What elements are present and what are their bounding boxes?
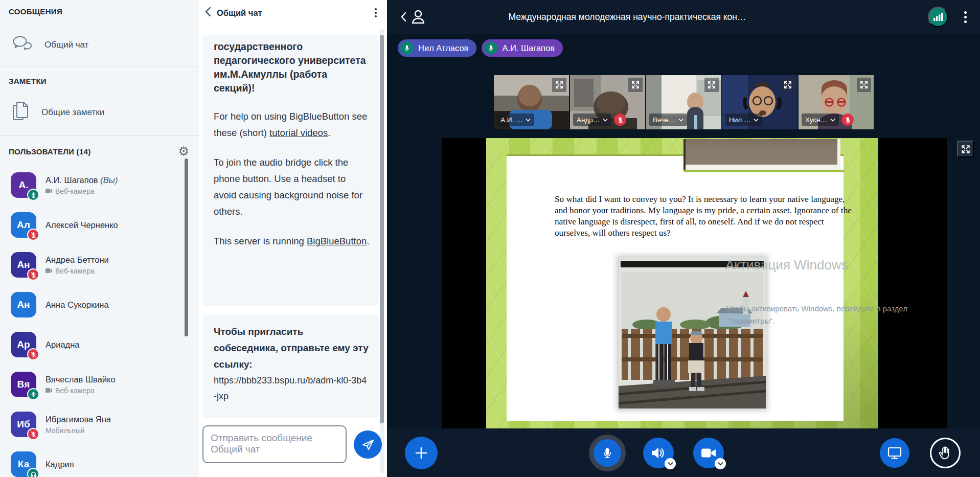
mic-off-badge — [27, 268, 39, 281]
monitor-icon — [887, 446, 902, 460]
user-row[interactable]: Ар Ариадна — [0, 325, 182, 365]
connection-status-button[interactable] — [928, 7, 948, 27]
video-user-label[interactable]: Вяче… — [649, 113, 687, 126]
userlist-scrollbar[interactable] — [185, 158, 188, 336]
presentation-slide: So what did I want to convey to you? It … — [486, 138, 878, 428]
invite-message: Чтобы пригласить собеседника, отправьте … — [202, 314, 379, 418]
video-tile[interactable]: Андр… — [570, 75, 645, 129]
chevron-down-icon — [754, 118, 759, 122]
fullscreen-icon[interactable] — [781, 78, 795, 92]
windows-activation-watermark: Активация Windows — [725, 257, 848, 273]
mic-on-badge — [27, 388, 39, 400]
chevron-down-icon — [678, 118, 683, 122]
chevron-down-icon — [718, 462, 723, 466]
user-row[interactable]: А. А.И. Шагапов (Вы) Веб-камера — [0, 165, 182, 205]
mic-on-badge — [27, 189, 39, 201]
actions-plus-button[interactable] — [405, 437, 438, 469]
avatar: Ал — [11, 212, 36, 238]
avatar: Ка — [11, 451, 36, 477]
avatar: Иб — [11, 412, 36, 437]
fullscreen-icon[interactable] — [628, 78, 643, 92]
chat-scrollbar-thumb[interactable] — [380, 35, 384, 423]
slide-photo — [619, 257, 766, 408]
muted-mic-icon — [841, 113, 854, 126]
user-list: А. А.И. Шагапов (Вы) Веб-камера Ал Алекс… — [0, 154, 199, 477]
webcam-icon — [45, 388, 53, 393]
presentation-fullscreen-button[interactable] — [957, 141, 974, 157]
welcome-bold-text: государственного педагогического универс… — [214, 40, 370, 95]
raise-hand-button[interactable] — [930, 438, 961, 468]
invite-bold-text: Чтобы пригласить собеседника, отправьте … — [214, 324, 370, 373]
chat-panel: Общий чат государственного педагогическо… — [199, 0, 387, 477]
send-message-button[interactable] — [354, 430, 382, 459]
plus-icon — [414, 445, 429, 461]
divider — [0, 135, 199, 136]
left-sidebar: СООБЩЕНИЯ Общий чат ЗАМЕТКИ Общие заметк… — [0, 0, 199, 477]
video-dock: А.И. … Андр… Вяче… — [494, 75, 874, 129]
webcam-options-chevron[interactable] — [715, 458, 726, 469]
chat-options-menu-icon[interactable] — [372, 6, 380, 19]
divider — [0, 66, 199, 66]
action-bar — [387, 428, 980, 477]
main-area: Международная молодежная научно-практиче… — [387, 0, 980, 477]
video-user-label[interactable]: Хусн… — [802, 113, 839, 126]
public-chat-label: Общий чат — [44, 40, 88, 50]
mute-microphone-button[interactable] — [594, 439, 621, 467]
video-user-label[interactable]: Андр… — [573, 113, 611, 126]
video-tile[interactable]: Нил … — [722, 75, 797, 129]
chat-title: Общий чат — [217, 8, 372, 18]
meeting-title: Международная молодежная научно-практиче… — [387, 12, 868, 22]
webcam-icon — [45, 268, 53, 274]
mic-icon — [484, 41, 497, 55]
sidebar-item-public-chat[interactable]: Общий чат — [0, 27, 199, 63]
windows-activation-hint: Чтобы активировать Windows, перейдите в … — [726, 303, 907, 327]
user-row[interactable]: Иб Ибрагимова Яна Мобильный — [0, 404, 182, 444]
back-chevron-icon[interactable] — [204, 7, 212, 19]
main-options-menu-icon[interactable] — [964, 9, 967, 25]
video-tile[interactable]: Хусн… — [799, 75, 874, 129]
sidebar-item-shared-notes[interactable]: Общие заметки — [0, 93, 199, 132]
user-row[interactable]: Ан Андреа Беттони Веб-камера — [0, 245, 182, 285]
talker-badge[interactable]: А.И. Шагапов — [482, 39, 563, 57]
fullscreen-icon[interactable] — [857, 78, 871, 92]
video-user-label[interactable]: Нил … — [725, 113, 762, 126]
mic-off-badge — [27, 428, 39, 440]
chevron-down-icon — [526, 118, 531, 122]
fullscreen-icon[interactable] — [704, 78, 719, 92]
avatar: Ар — [11, 332, 36, 357]
avatar: Ан — [11, 252, 36, 278]
help-text: For help on using BigBlueButton see thes… — [214, 108, 370, 141]
bigbluebutton-link[interactable]: BigBlueButton — [307, 236, 367, 246]
video-tile[interactable]: Вяче… — [646, 75, 721, 129]
talker-badge[interactable]: Нил Атласов — [398, 39, 476, 57]
user-row[interactable]: Ан Анна Сукоркина — [0, 285, 182, 325]
mic-icon — [400, 41, 414, 55]
slide-content: So what did I want to convey to you? It … — [507, 154, 844, 421]
audio-bridge-text: To join the audio bridge click the phone… — [214, 154, 370, 220]
mic-off-badge — [27, 229, 39, 241]
hand-icon — [939, 446, 952, 460]
user-row[interactable]: Ка Кадрия — [0, 444, 182, 477]
messages-header: СООБЩЕНИЯ — [0, 0, 199, 16]
headphones-badge — [27, 468, 39, 477]
video-user-label[interactable]: А.И. … — [497, 113, 534, 126]
webcam-icon — [45, 188, 53, 194]
audio-options-chevron[interactable] — [665, 458, 676, 469]
avatar: А. — [11, 172, 36, 198]
tutorial-videos-link[interactable]: tutorial videos — [269, 127, 328, 138]
user-row[interactable]: Ал Алексей Черненко — [0, 205, 182, 245]
message-input[interactable] — [202, 425, 347, 463]
chevron-down-icon — [603, 118, 608, 122]
slide-text: So what did I want to convey to you? It … — [555, 194, 854, 239]
top-bar: Международная молодежная научно-практиче… — [387, 0, 980, 34]
screen-share-button[interactable] — [880, 438, 909, 468]
avatar: Ан — [11, 292, 36, 317]
mic-off-badge — [27, 348, 39, 360]
server-text: This server is running BigBlueButton. — [214, 233, 370, 249]
invite-url: https://bbb233.bspu.ru/b/adm-kl0-3b4-jxp — [214, 373, 370, 404]
fullscreen-icon[interactable] — [552, 78, 566, 92]
muted-mic-icon — [614, 113, 626, 126]
video-tile[interactable]: А.И. … — [494, 75, 569, 129]
slide-photo-top — [683, 139, 840, 170]
user-row[interactable]: Вя Вячеслав Швайко Веб-камера — [0, 365, 182, 404]
